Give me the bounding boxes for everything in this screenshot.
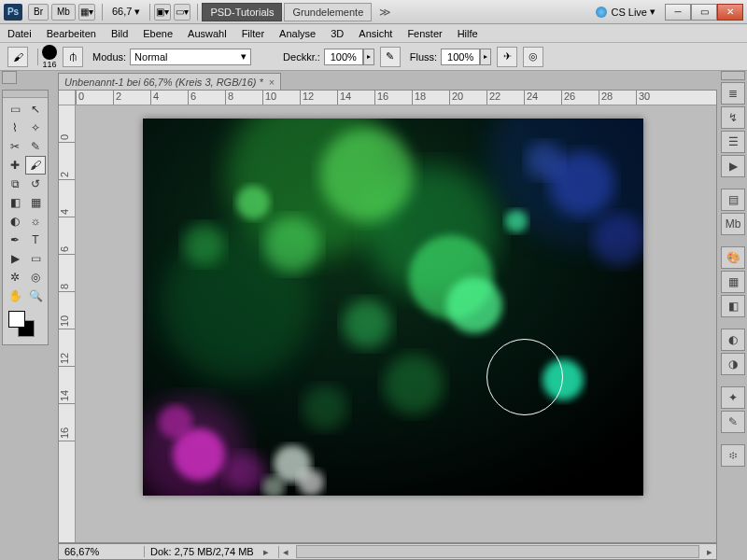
crop-tool[interactable]: ✂ [5, 137, 25, 156]
healing-tool[interactable]: ✚ [5, 156, 25, 175]
brush-panel-icon[interactable]: ✦ [721, 386, 745, 409]
canvas[interactable] [143, 119, 643, 496]
type-tool[interactable]: T [25, 231, 46, 249]
ruler-vertical[interactable]: 0246810121416 [59, 105, 76, 542]
hand-tool[interactable]: ✋ [5, 287, 25, 305]
animation-panel-icon[interactable]: ▶ [721, 155, 745, 177]
minibridge-button[interactable]: Mb [51, 4, 76, 21]
arrange-icon[interactable]: ▦▾ [78, 4, 95, 21]
workspace: ▭ ↖ ⌇ ✧ ✂ ✎ ✚ 🖌 ⧉ ↺ ◧ ▦ ◐ ☼ ✒ T ▶ ▭ ✲ ◎ … [0, 71, 747, 560]
opacity-flyout-icon[interactable]: ▸ [363, 49, 374, 65]
document-tab[interactable]: Unbenannt-1 bei 66,7% (Kreis 3, RGB/16) … [58, 73, 281, 90]
zoom-tool[interactable]: 🔍 [25, 287, 46, 305]
adjustments-panel-icon[interactable]: ◐ [721, 329, 745, 351]
blur-tool[interactable]: ◐ [5, 212, 25, 231]
menu-bild[interactable]: Bild [111, 28, 128, 39]
status-zoom[interactable]: 66,67% [59, 546, 145, 557]
3d-tool[interactable]: ✲ [5, 268, 25, 287]
actions-panel-icon[interactable]: ↯ [721, 106, 745, 129]
shape-tool[interactable]: ▭ [25, 249, 46, 268]
gradient-tool[interactable]: ▦ [25, 193, 46, 212]
history-brush-tool[interactable]: ↺ [25, 175, 46, 193]
properties-panel-icon[interactable]: ☰ [721, 131, 745, 153]
swatches-panel-icon[interactable]: ▦ [721, 271, 745, 293]
status-flyout-icon[interactable]: ▸ [260, 546, 273, 558]
pressure-size-icon[interactable]: ◎ [523, 47, 543, 67]
svg-point-9 [236, 186, 270, 219]
color-panel-icon[interactable]: 🎨 [721, 246, 745, 269]
brush-panel-icon[interactable]: ⫛ [63, 47, 83, 67]
more-workspaces-icon[interactable]: ≫ [379, 6, 391, 19]
path-select-tool[interactable]: ▶ [5, 249, 25, 268]
scroll-left-icon[interactable]: ◂ [279, 546, 292, 558]
toolbox-grip[interactable] [3, 91, 48, 98]
scroll-right-icon[interactable]: ▸ [703, 546, 716, 558]
minimize-button[interactable]: ─ [665, 4, 691, 21]
collapsed-panel-dock[interactable] [2, 71, 17, 84]
cslive-icon [596, 7, 607, 18]
menu-analyse[interactable]: Analyse [279, 28, 316, 39]
canvas-viewport[interactable] [76, 105, 716, 542]
view-extras-icon[interactable]: ▣▾ [154, 4, 171, 21]
tool-preset-icon[interactable]: 🖌 [7, 47, 28, 67]
workspace-psdtutorials[interactable]: PSD-Tutorials [202, 3, 282, 21]
pressure-opacity-icon[interactable]: ✎ [380, 47, 401, 67]
menu-hilfe[interactable]: Hilfe [458, 28, 478, 39]
status-docsize[interactable]: Dok: 2,75 MB/2,74 MB ▸ [145, 546, 279, 558]
workspace-grundelemente[interactable]: Grundelemente [284, 3, 372, 21]
maximize-button[interactable]: ▭ [691, 4, 717, 21]
menu-fenster[interactable]: Fenster [407, 28, 442, 39]
menu-datei[interactable]: Datei [7, 28, 32, 39]
3d-camera-tool[interactable]: ◎ [25, 268, 46, 287]
minibridge-panel-icon[interactable]: Mb [721, 213, 745, 235]
eyedropper-tool[interactable]: ✎ [25, 137, 46, 156]
close-button[interactable]: ✕ [717, 4, 743, 21]
menu-auswahl[interactable]: Auswahl [188, 28, 227, 39]
brush-size: 116 [42, 60, 56, 69]
brushpresets-panel-icon[interactable]: ✎ [721, 411, 745, 433]
opacity-input[interactable]: 100% [324, 49, 363, 65]
history-panel-icon[interactable]: ≣ [721, 82, 745, 105]
svg-point-10 [183, 224, 224, 265]
blend-mode-select[interactable]: Normal▾ [130, 49, 251, 65]
screen-mode-icon[interactable]: ▭▾ [174, 4, 190, 21]
character-panel-icon[interactable]: ፨ [721, 444, 745, 467]
pen-tool[interactable]: ✒ [5, 231, 25, 249]
menu-ansicht[interactable]: Ansicht [359, 28, 392, 39]
wand-tool[interactable]: ✧ [25, 119, 46, 137]
lasso-tool[interactable]: ⌇ [5, 119, 25, 137]
airbrush-icon[interactable]: ✈ [497, 47, 517, 67]
flow-flyout-icon[interactable]: ▸ [480, 49, 491, 65]
zoom-level[interactable]: 66,7 ▾ [112, 6, 140, 18]
svg-point-8 [264, 217, 320, 273]
document-tabbar: Unbenannt-1 bei 66,7% (Kreis 3, RGB/16) … [58, 71, 281, 90]
ruler-origin[interactable] [59, 91, 76, 105]
foreground-color[interactable] [8, 311, 25, 328]
svg-point-13 [303, 385, 347, 430]
menu-3d[interactable]: 3D [331, 28, 344, 39]
dodge-tool[interactable]: ☼ [25, 212, 46, 231]
layers-panel-icon[interactable]: ▤ [721, 189, 745, 211]
ruler-horizontal[interactable]: 024681012141618202224262830 [76, 91, 716, 105]
flow-input[interactable]: 100% [441, 49, 480, 65]
horizontal-scrollbar[interactable] [296, 545, 699, 558]
brush-preset[interactable]: 116 [42, 45, 57, 69]
stamp-tool[interactable]: ⧉ [5, 175, 25, 193]
marquee-tool[interactable]: ↖ [25, 100, 46, 119]
bridge-button[interactable]: Br [28, 4, 49, 21]
dock-grip[interactable] [721, 71, 745, 80]
masks-panel-icon[interactable]: ◑ [721, 353, 745, 375]
menubar: Datei Bearbeiten Bild Ebene Auswahl Filt… [0, 24, 747, 43]
menu-ebene[interactable]: Ebene [143, 28, 173, 39]
close-tab-icon[interactable]: × [269, 77, 275, 88]
svg-point-7 [446, 277, 502, 333]
right-dock: ≣ ↯ ☰ ▶ ▤ Mb 🎨 ▦ ◧ ◐ ◑ ✦ ✎ ፨ [721, 71, 745, 467]
menu-bearbeiten[interactable]: Bearbeiten [47, 28, 96, 39]
cslive-button[interactable]: CS Live ▾ [596, 6, 655, 18]
brush-tool[interactable]: 🖌 [25, 156, 46, 175]
svg-point-14 [543, 359, 584, 400]
menu-filter[interactable]: Filter [242, 28, 264, 39]
styles-panel-icon[interactable]: ◧ [721, 295, 745, 317]
move-tool[interactable]: ▭ [5, 100, 25, 119]
eraser-tool[interactable]: ◧ [5, 193, 25, 212]
